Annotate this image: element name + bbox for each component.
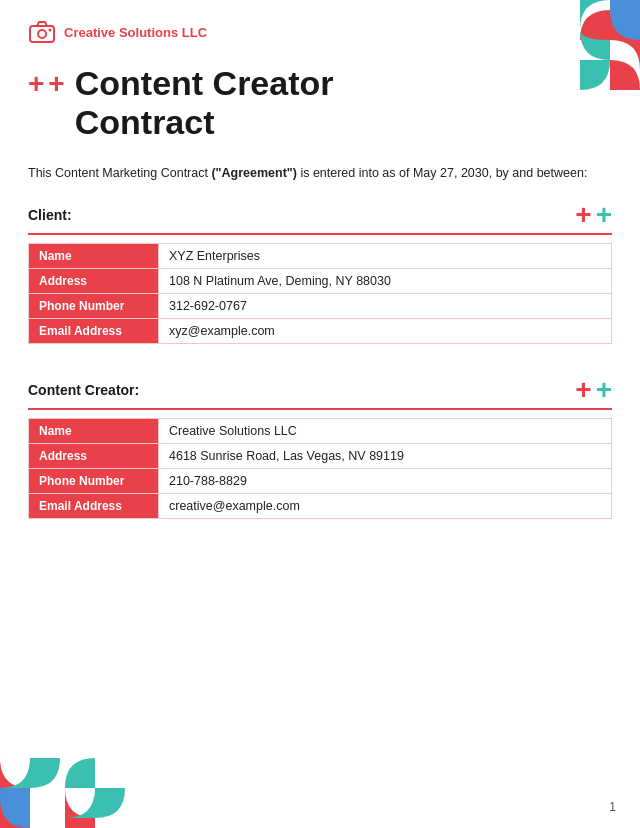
table-row: Email Addresscreative@example.com	[29, 493, 612, 518]
client-divider	[28, 233, 612, 235]
title-plus-1: +	[28, 70, 44, 98]
field-value: 4618 Sunrise Road, Las Vegas, NV 89119	[159, 443, 612, 468]
field-value: Creative Solutions LLC	[159, 418, 612, 443]
field-label: Phone Number	[29, 468, 159, 493]
creator-plus-1: +	[575, 376, 591, 404]
client-section: Client: + + NameXYZ EnterprisesAddress10…	[0, 183, 640, 344]
field-value: 108 N Platinum Ave, Deming, NY 88030	[159, 268, 612, 293]
page-number: 1	[609, 800, 616, 814]
table-row: NameXYZ Enterprises	[29, 243, 612, 268]
creator-section: Content Creator: + + NameCreative Soluti…	[0, 358, 640, 519]
field-label: Name	[29, 243, 159, 268]
field-value: creative@example.com	[159, 493, 612, 518]
field-value: XYZ Enterprises	[159, 243, 612, 268]
client-plus-1: +	[575, 201, 591, 229]
header: Creative Solutions LLC	[0, 0, 640, 46]
intro-text: This Content Marketing Contract ("Agreem…	[0, 142, 640, 183]
table-row: Address4618 Sunrise Road, Las Vegas, NV …	[29, 443, 612, 468]
svg-point-1	[38, 30, 46, 38]
title-plus-2: +	[48, 70, 64, 98]
table-row: Address108 N Platinum Ave, Deming, NY 88…	[29, 268, 612, 293]
creator-section-title: Content Creator:	[28, 382, 139, 398]
field-label: Phone Number	[29, 293, 159, 318]
svg-point-2	[49, 29, 52, 32]
client-section-header: Client: + +	[28, 201, 612, 229]
table-row: NameCreative Solutions LLC	[29, 418, 612, 443]
client-plus-group: + +	[575, 201, 612, 229]
field-value: xyz@example.com	[159, 318, 612, 343]
main-title: Content Creator Contract	[75, 64, 334, 142]
field-label: Address	[29, 268, 159, 293]
title-plus-signs: + +	[28, 70, 65, 98]
camera-icon	[28, 18, 56, 46]
field-label: Name	[29, 418, 159, 443]
field-label: Address	[29, 443, 159, 468]
field-value: 210-788-8829	[159, 468, 612, 493]
svg-rect-0	[30, 26, 54, 42]
creator-section-header: Content Creator: + +	[28, 376, 612, 404]
creator-plus-group: + +	[575, 376, 612, 404]
creator-plus-2: +	[596, 376, 612, 404]
table-row: Email Addressxyz@example.com	[29, 318, 612, 343]
company-name: Creative Solutions LLC	[64, 25, 207, 40]
client-plus-2: +	[596, 201, 612, 229]
client-section-title: Client:	[28, 207, 72, 223]
creator-table: NameCreative Solutions LLCAddress4618 Su…	[28, 418, 612, 519]
field-label: Email Address	[29, 493, 159, 518]
table-row: Phone Number210-788-8829	[29, 468, 612, 493]
field-label: Email Address	[29, 318, 159, 343]
field-value: 312-692-0767	[159, 293, 612, 318]
client-table: NameXYZ EnterprisesAddress108 N Platinum…	[28, 243, 612, 344]
creator-divider	[28, 408, 612, 410]
table-row: Phone Number312-692-0767	[29, 293, 612, 318]
